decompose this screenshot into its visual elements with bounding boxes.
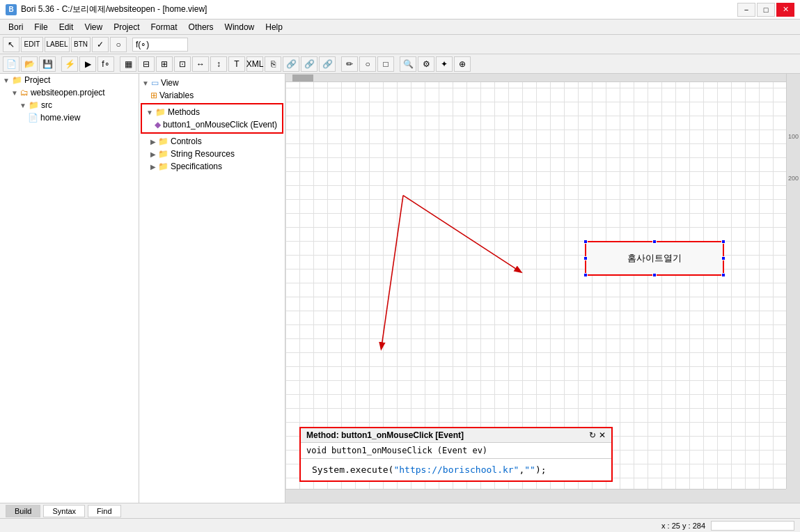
menu-bori[interactable]: Bori	[3, 21, 29, 33]
tb2-new[interactable]: 📄	[3, 56, 19, 72]
tb-edit-label[interactable]: EDIT	[21, 37, 43, 52]
tb2-extra[interactable]: ⊕	[454, 56, 471, 72]
handle-tl[interactable]	[583, 240, 588, 244]
tree-stringres-row[interactable]: ▶ 📁 String Resources	[139, 148, 285, 160]
sidebar-homeview[interactable]: 📄 home.view	[0, 111, 139, 124]
function-input[interactable]	[132, 38, 188, 52]
method-panel-close[interactable]: ✕	[599, 430, 606, 440]
tb2-align3[interactable]: ⊡	[174, 56, 191, 72]
tab-build[interactable]: Build	[6, 505, 40, 517]
tree-specs-row[interactable]: ▶ 📁 Specifications	[139, 160, 285, 173]
tree-event-row[interactable]: ◆ button1_onMouseClick (Event)	[143, 118, 281, 131]
sidebar: ▼ 📁 Project ▼ 🗂 websiteopen.project ▼ 📁 …	[0, 74, 139, 503]
window-controls: − □ ✕	[737, 3, 794, 17]
methods-folder-icon: 📁	[155, 107, 166, 117]
tb2-settings[interactable]: ⚙	[418, 56, 434, 72]
tb2-rect[interactable]: □	[377, 56, 394, 72]
expand-icon: ▼	[3, 77, 10, 84]
tb2-grid[interactable]: ▦	[120, 56, 136, 72]
methods-label: Methods	[168, 107, 200, 117]
event-label: button1_onMouseClick (Event)	[163, 120, 277, 130]
methods-expand: ▼	[146, 109, 153, 116]
handle-ml[interactable]	[583, 256, 588, 260]
code-dot: .	[345, 464, 350, 475]
canvas-button-widget[interactable]: 홈사이트열기	[585, 241, 724, 276]
tb2-xml[interactable]: XML	[246, 56, 263, 72]
menu-format[interactable]: Format	[146, 21, 183, 33]
tb2-align1[interactable]: ⊟	[138, 56, 155, 72]
event-icon: ◆	[155, 120, 161, 130]
src-label: src	[41, 100, 52, 110]
tb2-oval[interactable]: ○	[359, 56, 376, 72]
method-panel-controls: ↻ ✕	[589, 430, 606, 440]
code-execute: execute	[350, 464, 389, 475]
handle-br[interactable]	[721, 273, 726, 277]
sidebar-websiteopen[interactable]: ▼ 🗂 websiteopen.project	[0, 86, 139, 99]
tb2-func[interactable]: f∘	[97, 56, 114, 72]
menu-others[interactable]: Others	[183, 21, 219, 33]
tb2-magic[interactable]: ✦	[436, 56, 453, 72]
tree-variables-row[interactable]: ⊞ Variables	[139, 89, 285, 102]
code-empty: ""	[524, 464, 535, 475]
tb-check[interactable]: ✓	[92, 37, 109, 52]
tab-syntax[interactable]: Syntax	[43, 505, 85, 517]
handle-tm[interactable]	[652, 240, 657, 244]
view-label: View	[161, 78, 179, 88]
canvas-area[interactable]: 100 200 홈사이트열기	[285, 74, 800, 503]
hscroll-bar[interactable]	[285, 74, 786, 82]
method-signature: void button1_onMouseClick (Event ev)	[301, 443, 611, 459]
methods-highlight-box: ▼ 📁 Methods ◆ button1_onMouseClick (Even…	[141, 103, 283, 134]
stringres-expand: ▶	[150, 150, 156, 158]
tree-methods-row[interactable]: ▼ 📁 Methods	[143, 106, 281, 118]
tb-circle[interactable]: ○	[110, 37, 127, 52]
tb2-run[interactable]: ▶	[79, 56, 96, 72]
tb2-link3[interactable]: 🔗	[319, 56, 336, 72]
close-button[interactable]: ✕	[776, 3, 794, 17]
menu-help[interactable]: Help	[260, 21, 288, 33]
handle-tr[interactable]	[721, 240, 726, 244]
src-folder-icon: 📁	[29, 100, 39, 110]
tb2-open[interactable]: 📂	[21, 56, 38, 72]
handle-mr[interactable]	[721, 256, 726, 260]
menu-edit[interactable]: Edit	[54, 21, 79, 33]
tb2-align2[interactable]: ⊞	[156, 56, 173, 72]
sidebar-project[interactable]: ▼ 📁 Project	[0, 74, 139, 86]
vars-icon: ⊞	[150, 91, 157, 100]
sidebar-src[interactable]: ▼ 📁 src	[0, 99, 139, 111]
tree-controls-row[interactable]: ▶ 📁 Controls	[139, 135, 285, 148]
main-layout: ▼ 📁 Project ▼ 🗂 websiteopen.project ▼ 📁 …	[0, 74, 800, 503]
websiteopen-label: websiteopen.project	[31, 88, 105, 97]
menu-window[interactable]: Window	[219, 21, 260, 33]
handle-bl[interactable]	[583, 273, 588, 277]
app-icon: B	[6, 4, 17, 15]
tb2-link2[interactable]: 🔗	[301, 56, 317, 72]
specs-label: Specifications	[171, 162, 222, 171]
menu-file[interactable]: File	[29, 21, 53, 33]
tab-find[interactable]: Find	[88, 505, 120, 517]
tb-label-btn[interactable]: LABEL	[45, 37, 70, 52]
method-panel-refresh[interactable]: ↻	[589, 430, 596, 440]
tb2-more1[interactable]: ↔	[192, 56, 209, 72]
expand-icon2: ▼	[11, 89, 18, 97]
tree-view-row[interactable]: ▼ ▭ View	[139, 77, 285, 89]
maximize-button[interactable]: □	[757, 3, 775, 17]
menu-project[interactable]: Project	[108, 21, 145, 33]
toolbar1: ↖ EDIT LABEL BTN ✓ ○	[0, 35, 800, 54]
tb2-build[interactable]: ⚡	[61, 56, 78, 72]
tb2-text[interactable]: T	[228, 56, 245, 72]
tb2-zoom[interactable]: 🔍	[400, 56, 416, 72]
tb2-more2[interactable]: ↕	[210, 56, 227, 72]
tb2-link1[interactable]: 🔗	[283, 56, 299, 72]
tb2-copy[interactable]: ⎘	[265, 56, 281, 72]
code-system: System	[312, 464, 345, 475]
expand-icon3: ▼	[19, 102, 26, 109]
tb2-pen[interactable]: ✏	[341, 56, 358, 72]
ruler-bottom	[285, 489, 786, 503]
menu-view[interactable]: View	[79, 21, 108, 33]
tb-btn-btn[interactable]: BTN	[71, 37, 91, 52]
tb2-save[interactable]: 💾	[39, 56, 56, 72]
minimize-button[interactable]: −	[737, 3, 755, 17]
tb-arrow[interactable]: ↖	[3, 37, 19, 52]
ruler-100: 100	[788, 133, 799, 140]
handle-bm[interactable]	[652, 273, 657, 277]
